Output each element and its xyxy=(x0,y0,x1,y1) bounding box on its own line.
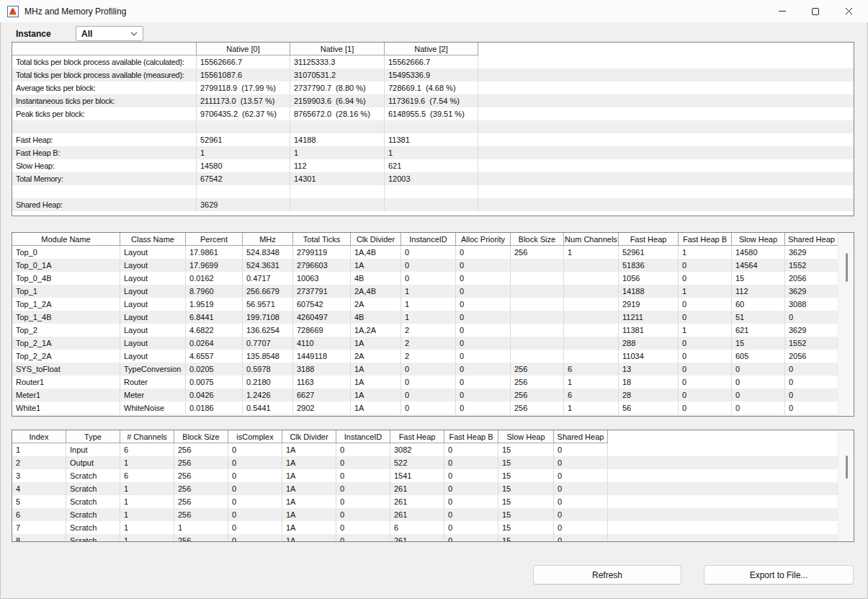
table-cell: 1.2426 xyxy=(243,389,293,401)
table-row[interactable]: 4Scratch125601A02610150 xyxy=(12,482,854,495)
close-button[interactable] xyxy=(832,0,865,22)
table-cell: 135.8548 xyxy=(243,350,293,363)
table-row[interactable]: 7Scratch1101A060150 xyxy=(12,521,854,534)
table-row[interactable]: 8Scratch125601A02610150 xyxy=(12,534,854,542)
scrollbar-thumb[interactable] xyxy=(846,456,848,479)
table-cell: 0 xyxy=(401,389,456,401)
table-row[interactable]: Top_0Layout17.9861524.834827991191A,4B00… xyxy=(12,246,854,259)
table-cell: 11034 xyxy=(619,350,679,363)
table-row[interactable]: Instantaneous ticks per block:2111173.0 … xyxy=(12,94,854,107)
table-row[interactable]: White1WhiteNoise0.01860.544129021A002561… xyxy=(12,401,854,414)
table-cell: 136.6254 xyxy=(243,324,293,337)
export-to-file-button[interactable]: Export to File... xyxy=(704,565,854,585)
table-row[interactable]: Shared Heap:3629 xyxy=(12,198,854,211)
table-row[interactable]: Slow Heap:14580112621 xyxy=(12,159,854,172)
modules-vertical-scrollbar[interactable] xyxy=(838,233,854,416)
column-header: Module Name xyxy=(12,233,120,246)
table-row[interactable]: Top_1Layout8.7960256.667927377912A,4B101… xyxy=(12,285,854,298)
table-row[interactable]: Total ticks per block process available … xyxy=(12,56,854,68)
table-cell: 2111173.0 (13.57 %) xyxy=(197,94,290,107)
table-cell: Shared Heap: xyxy=(12,198,197,211)
table-row[interactable]: Average ticks per block:2799118.9 (17.99… xyxy=(12,81,854,94)
table-cell: 256 xyxy=(174,443,228,456)
table-cell: 256 xyxy=(511,376,564,389)
table-cell xyxy=(197,120,290,133)
table-cell: 6 xyxy=(120,443,174,456)
minimize-button[interactable] xyxy=(766,0,799,22)
maximize-button[interactable] xyxy=(799,0,832,22)
table-row[interactable]: Top_0_1ALayout17.9699524.363127966031A00… xyxy=(12,259,854,272)
table-cell: 3088 xyxy=(785,298,838,311)
table-cell: 0 xyxy=(732,376,785,389)
table-cell: 56.9571 xyxy=(243,298,293,311)
table-cell: 0 xyxy=(228,482,282,495)
table-row[interactable]: Top_2_1ALayout0.02640.770741101A20288015… xyxy=(12,337,854,350)
table-cell: 2 xyxy=(401,350,456,363)
table-cell: 6 xyxy=(12,508,66,521)
buffers-vertical-scrollbar[interactable] xyxy=(838,430,854,541)
table-cell: 0 xyxy=(456,363,511,376)
window-controls xyxy=(766,0,865,22)
table-cell: 0 xyxy=(554,534,608,542)
table-cell: 1 xyxy=(679,324,732,337)
table-row[interactable]: Total Memory:675421430112003 xyxy=(12,172,854,185)
table-row[interactable] xyxy=(12,185,854,198)
table-cell: 6 xyxy=(564,389,619,401)
column-header: Block Size xyxy=(174,430,228,443)
table-cell: Router xyxy=(120,376,186,389)
table-row[interactable]: Top_2Layout4.6822136.62547286691A,2A2011… xyxy=(12,324,854,337)
table-cell xyxy=(511,272,564,285)
table-cell: Input xyxy=(66,443,120,456)
table-cell: 0 xyxy=(679,298,732,311)
table-cell: 1.9519 xyxy=(186,298,243,311)
table-cell: 1449118 xyxy=(293,350,351,363)
table-row[interactable]: Top_1_4BLayout6.8441199.710842604974B101… xyxy=(12,311,854,324)
table-cell: 2799119 xyxy=(293,246,351,259)
table-cell: 1 xyxy=(120,508,174,521)
table-row[interactable]: SYS_toFloatTypeConversion0.02050.5978318… xyxy=(12,363,854,376)
table-cell: 1 xyxy=(120,534,174,542)
table-cell xyxy=(197,185,290,198)
table-row[interactable]: 6Scratch125601A02610150 xyxy=(12,508,854,521)
table-row[interactable]: 2Output125601A05220150 xyxy=(12,456,854,469)
refresh-button[interactable]: Refresh xyxy=(533,565,681,585)
table-cell: 14188 xyxy=(290,133,385,146)
table-row[interactable] xyxy=(12,120,854,133)
table-row[interactable]: Fast Heap:529611418811381 xyxy=(12,133,854,146)
table-row[interactable]: Router1Router0.00750.218011631A002561180… xyxy=(12,376,854,389)
table-cell xyxy=(564,324,619,337)
table-cell: 1 xyxy=(120,482,174,495)
scrollbar-thumb[interactable] xyxy=(846,253,848,282)
table-cell: 1173619.6 (7.54 %) xyxy=(385,94,478,107)
table-cell: 6 xyxy=(564,363,619,376)
table-cell: Top_2 xyxy=(12,324,120,337)
table-cell: 1A xyxy=(351,337,401,350)
table-cell: 621 xyxy=(385,159,478,172)
column-header: Native [1] xyxy=(290,43,385,56)
table-row[interactable]: Total ticks per block process available … xyxy=(12,68,854,81)
table-row[interactable]: Meter1Meter0.04261.242666271A00256628000 xyxy=(12,389,854,401)
table-cell: 256 xyxy=(511,246,564,259)
table-row[interactable]: 5Scratch125601A02610150 xyxy=(12,495,854,508)
table-row[interactable]: 3Scratch625601A015410150 xyxy=(12,469,854,482)
table-cell: Layout xyxy=(120,259,186,272)
table-cell xyxy=(564,337,619,350)
instance-dropdown[interactable]: All xyxy=(76,26,143,41)
table-cell: 256 xyxy=(511,401,564,414)
table-row[interactable]: Fast Heap B:111 xyxy=(12,146,854,159)
table-row[interactable]: Top_2_2ALayout4.6557135.854814491182A201… xyxy=(12,350,854,363)
table-row[interactable]: Peak ticks per block:9706435.2 (62.37 %)… xyxy=(12,107,854,120)
table-cell: 0 xyxy=(336,508,390,521)
table-cell: 2159903.6 (6.94 %) xyxy=(290,94,385,107)
table-cell: Meter xyxy=(120,389,186,401)
table-cell: 0 xyxy=(401,259,456,272)
table-row[interactable]: 1Input625601A030820150 xyxy=(12,443,854,456)
table-cell: 621 xyxy=(732,324,785,337)
table-row[interactable]: Top_0_4BLayout0.01620.4717100634B0010560… xyxy=(12,272,854,285)
table-cell: Fast Heap: xyxy=(12,133,197,146)
matlab-app-icon xyxy=(7,6,19,17)
table-cell: TypeConversion xyxy=(120,363,186,376)
table-cell: 1A xyxy=(282,469,336,482)
table-cell: 51836 xyxy=(619,259,679,272)
table-row[interactable]: Top_1_2ALayout1.951956.95716075422A10291… xyxy=(12,298,854,311)
